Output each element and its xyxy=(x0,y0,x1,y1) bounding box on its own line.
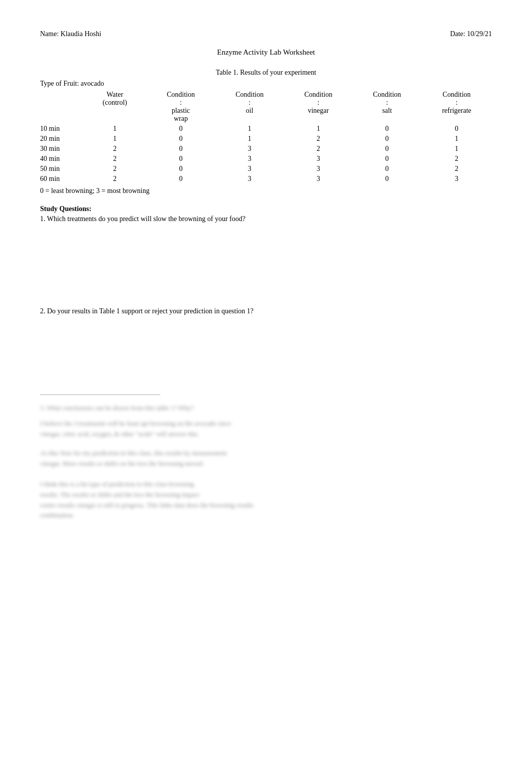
blurred-q5-answer: I think this is a bit type of prediction… xyxy=(40,479,492,521)
study-label: Study Questions: xyxy=(40,205,492,213)
cell-r2-c2: 3 xyxy=(215,144,284,154)
cell-r4-c1: 0 xyxy=(146,164,215,174)
cell-time: 30 min xyxy=(40,144,83,154)
cell-r0-c1: 0 xyxy=(146,124,215,134)
cell-r0-c3: 1 xyxy=(284,124,353,134)
cell-r5-c5: 3 xyxy=(421,174,492,184)
table-row: 20 min101201 xyxy=(40,134,492,144)
cell-r0-c0: 1 xyxy=(83,124,146,134)
blurred-q3-answer: I believe the 3 treatments will be least… xyxy=(40,419,492,440)
question-1: 1. Which treatments do you predict will … xyxy=(40,215,492,223)
page-title: Enzyme Activity Lab Worksheet xyxy=(40,48,492,57)
answer-area-1[interactable] xyxy=(40,227,492,287)
table-row: 30 min203201 xyxy=(40,144,492,154)
question-2-text: Do your results in Table 1 support or re… xyxy=(47,307,253,315)
study-section: Study Questions: 1. Which treatments do … xyxy=(40,205,492,379)
cell-r3-c5: 2 xyxy=(421,154,492,164)
table-header-row: Water (control) Condition : plastic wrap… xyxy=(40,90,492,124)
cell-r5-c0: 2 xyxy=(83,174,146,184)
cell-r5-c2: 3 xyxy=(215,174,284,184)
col-header-oil: Condition : oil xyxy=(215,90,284,124)
cell-r4-c4: 0 xyxy=(353,164,421,174)
cell-time: 10 min xyxy=(40,124,83,134)
cell-r3-c3: 3 xyxy=(284,154,353,164)
question-1-number: 1. xyxy=(40,215,46,223)
col-header-time xyxy=(40,90,83,124)
table-section: Table 1. Results of your experiment Type… xyxy=(40,69,492,195)
cell-r4-c0: 2 xyxy=(83,164,146,174)
col-header-plastic-wrap: Condition : plastic wrap xyxy=(146,90,215,124)
cell-r1-c3: 2 xyxy=(284,134,353,144)
table-row: 60 min203303 xyxy=(40,174,492,184)
cell-r3-c0: 2 xyxy=(83,154,146,164)
table-row: 50 min203302 xyxy=(40,164,492,174)
student-name: Name: Klaudia Hoshi xyxy=(40,30,101,38)
cell-r4-c3: 3 xyxy=(284,164,353,174)
table-row: 10 min101100 xyxy=(40,124,492,134)
cell-time: 60 min xyxy=(40,174,83,184)
question-2-block: 2. Do your results in Table 1 support or… xyxy=(40,307,492,379)
col-header-salt: Condition : salt xyxy=(353,90,421,124)
cell-r2-c4: 0 xyxy=(353,144,421,154)
cell-r2-c1: 0 xyxy=(146,144,215,154)
cell-r1-c4: 0 xyxy=(353,134,421,144)
cell-r5-c1: 0 xyxy=(146,174,215,184)
cell-time: 20 min xyxy=(40,134,83,144)
data-table: Water (control) Condition : plastic wrap… xyxy=(40,90,492,184)
cell-r3-c1: 0 xyxy=(146,154,215,164)
blurred-section: 3. What conclusions can be drawn from th… xyxy=(40,395,492,521)
cell-r3-c4: 0 xyxy=(353,154,421,164)
question-1-block: 1. Which treatments do you predict will … xyxy=(40,215,492,287)
col-header-refrigerate: Condition : refrigerate xyxy=(421,90,492,124)
header: Name: Klaudia Hoshi Date: 10/29/21 xyxy=(40,30,492,38)
cell-r1-c5: 1 xyxy=(421,134,492,144)
question-1-text: Which treatments do you predict will slo… xyxy=(47,215,245,223)
cell-r3-c2: 3 xyxy=(215,154,284,164)
table-title: Table 1. Results of your experiment xyxy=(40,69,492,77)
cell-r0-c5: 0 xyxy=(421,124,492,134)
cell-r5-c3: 3 xyxy=(284,174,353,184)
question-2-number: 2. xyxy=(40,307,46,315)
cell-time: 40 min xyxy=(40,154,83,164)
cell-time: 50 min xyxy=(40,164,83,174)
cell-r1-c2: 1 xyxy=(215,134,284,144)
cell-r2-c3: 2 xyxy=(284,144,353,154)
question-2: 2. Do your results in Table 1 support or… xyxy=(40,307,492,315)
cell-r4-c5: 2 xyxy=(421,164,492,174)
blurred-q3-label: 3. What conclusions can be drawn from th… xyxy=(40,403,492,414)
cell-r2-c5: 1 xyxy=(421,144,492,154)
cell-r0-c4: 0 xyxy=(353,124,421,134)
cell-r1-c1: 0 xyxy=(146,134,215,144)
cell-r5-c4: 0 xyxy=(353,174,421,184)
cell-r4-c2: 3 xyxy=(215,164,284,174)
fruit-type: Type of Fruit: avocado xyxy=(40,80,492,88)
table-body: 10 min10110020 min10120130 min20320140 m… xyxy=(40,124,492,184)
blurred-q4-answer: As this Year for my prediction in this c… xyxy=(40,448,492,469)
cell-r1-c0: 1 xyxy=(83,134,146,144)
col-header-water: Water (control) xyxy=(83,90,146,124)
answer-area-2[interactable] xyxy=(40,319,492,379)
date-label: Date: 10/29/21 xyxy=(450,30,492,38)
section-divider xyxy=(40,395,160,395)
cell-r2-c0: 2 xyxy=(83,144,146,154)
col-header-vinegar: Condition : vinegar xyxy=(284,90,353,124)
cell-r0-c2: 1 xyxy=(215,124,284,134)
table-legend: 0 = least browning; 3 = most browning xyxy=(40,187,492,195)
table-row: 40 min203302 xyxy=(40,154,492,164)
